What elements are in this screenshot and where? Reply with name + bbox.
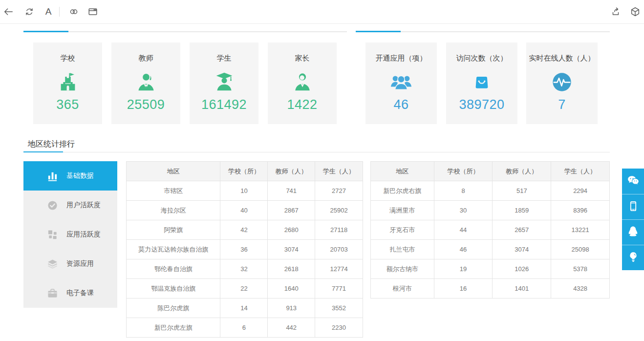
sidebar-item-label: 用户活跃度 xyxy=(66,201,101,210)
table-header-row: 地区 学校（所） 教师（人） 学生（人） xyxy=(127,162,363,181)
table-row: 新巴尔虎右旗85172294 xyxy=(371,181,610,201)
table-cell: 27118 xyxy=(315,220,363,240)
stat-card-visits: 访问次数（次） 389720 xyxy=(446,43,517,124)
table-row: 市辖区107412727 xyxy=(127,181,363,201)
table-cell: 1026 xyxy=(493,259,551,279)
table-cell: 46 xyxy=(434,240,493,259)
stat-value: 1422 xyxy=(268,97,337,112)
table-cell: 40 xyxy=(220,201,268,220)
stat-value: 161492 xyxy=(190,97,258,112)
refresh-icon[interactable] xyxy=(24,6,35,17)
layers-icon xyxy=(46,258,58,270)
stat-label: 教师 xyxy=(111,54,180,63)
font-icon[interactable]: A xyxy=(43,6,54,17)
table-cell: 扎兰屯市 xyxy=(371,240,434,259)
table-row: 满洲里市3018598396 xyxy=(371,201,610,220)
font-icon-glyph: A xyxy=(45,6,52,17)
table-cell: 913 xyxy=(268,298,315,318)
column-header-schools: 学校（所） xyxy=(220,162,268,181)
sidebar-item-app-activity[interactable]: 应用活跃度 xyxy=(23,220,117,249)
table-cell: 10 xyxy=(220,181,268,201)
table-cell: 3074 xyxy=(268,240,315,259)
table-cell: 30 xyxy=(434,201,493,220)
browser-toolbar: A xyxy=(0,0,644,24)
table-cell: 阿荣旗 xyxy=(127,220,220,240)
table-cell: 鄂温克族自治旗 xyxy=(127,279,220,298)
table-cell: 36 xyxy=(220,240,268,259)
dashboard-page: A 学校 xyxy=(0,0,644,341)
toolbox-icon xyxy=(46,287,58,299)
table-cell: 2680 xyxy=(268,220,315,240)
sidebar-item-label: 资源应用 xyxy=(66,259,94,268)
column-header-teachers: 教师（人） xyxy=(268,162,315,181)
table-cell: 2618 xyxy=(268,259,315,279)
region-rank-table-right: 地区 学校（所） 教师（人） 学生（人） 新巴尔虎右旗85172294满洲里市3… xyxy=(370,161,610,298)
stat-label: 实时在线人数（人） xyxy=(526,54,598,63)
table-cell: 鄂伦春自治旗 xyxy=(127,259,220,279)
cube-icon[interactable] xyxy=(630,6,641,17)
table-cell: 741 xyxy=(268,181,315,201)
table-cell: 25902 xyxy=(315,201,363,220)
table-row: 陈巴尔虎旗149133552 xyxy=(127,298,363,318)
table-cell: 新巴尔虎右旗 xyxy=(371,181,434,201)
table-header-row: 地区 学校（所） 教师（人） 学生（人） xyxy=(371,162,610,181)
teacher-icon xyxy=(111,67,180,97)
wechat-icon xyxy=(627,174,640,189)
share-icon[interactable] xyxy=(610,6,621,17)
stat-value: 365 xyxy=(33,97,102,112)
table-cell: 1401 xyxy=(493,279,551,298)
region-rank-table-left: 地区 学校（所） 教师（人） 学生（人） 市辖区107412727海拉尔区402… xyxy=(126,161,363,338)
stat-value: 389720 xyxy=(446,97,517,112)
sidebar-item-label: 基础数据 xyxy=(66,171,94,180)
sidebar-item-user-activity[interactable]: 用户活跃度 xyxy=(23,191,117,220)
column-header-teachers: 教师（人） xyxy=(493,162,551,181)
qq-button[interactable] xyxy=(622,219,644,245)
check-circle-icon xyxy=(46,199,58,211)
stat-card-apps: 开通应用（项） 46 xyxy=(365,43,437,124)
table-cell: 517 xyxy=(493,181,551,201)
table-cell: 22 xyxy=(220,279,268,298)
user-group-icon xyxy=(365,67,437,97)
table-row: 根河市1614014328 xyxy=(371,279,610,298)
mobile-button[interactable] xyxy=(622,194,644,219)
stat-card-teachers: 教师 25509 xyxy=(111,43,180,124)
lightbulb-button[interactable] xyxy=(622,245,644,270)
stat-label: 开通应用（项） xyxy=(365,54,437,63)
table-cell: 8396 xyxy=(551,201,610,220)
sidebar-item-lesson-prep[interactable]: 电子备课 xyxy=(23,278,117,308)
table-cell: 莫力达瓦达斡尔族自治旗 xyxy=(127,240,220,259)
table-cell: 32 xyxy=(220,259,268,279)
column-header-schools: 学校（所） xyxy=(434,162,493,181)
left-tab-indicator xyxy=(23,31,68,32)
link-icon[interactable] xyxy=(68,6,79,17)
column-header-region: 地区 xyxy=(371,162,434,181)
mobile-icon xyxy=(627,200,639,214)
section-title: 地区统计排行 xyxy=(28,139,75,149)
window-icon[interactable] xyxy=(87,6,98,17)
contact-floatbar xyxy=(622,169,644,270)
table-cell: 4328 xyxy=(551,279,610,298)
pulse-circle-icon xyxy=(526,67,598,97)
table-cell: 3552 xyxy=(315,298,363,318)
section-title-indicator xyxy=(23,151,63,152)
stat-label: 访问次数（次） xyxy=(446,54,517,63)
sidebar-item-resources[interactable]: 资源应用 xyxy=(23,249,117,278)
back-icon[interactable] xyxy=(3,6,14,17)
table-cell: 额尔古纳市 xyxy=(371,259,434,279)
table-cell: 满洲里市 xyxy=(371,201,434,220)
table-row: 扎兰屯市46307425098 xyxy=(371,240,610,259)
sidebar-item-basic-data[interactable]: 基础数据 xyxy=(23,161,117,191)
table-cell: 14 xyxy=(220,298,268,318)
sidebar-item-label: 应用活跃度 xyxy=(66,230,101,239)
stat-label: 学校 xyxy=(33,54,102,63)
table-cell: 20703 xyxy=(315,240,363,259)
table-cell: 2657 xyxy=(493,220,551,240)
table-cell: 8 xyxy=(434,181,493,201)
stat-card-students: 学生 161492 xyxy=(190,43,258,124)
bar-chart-icon xyxy=(46,170,58,182)
table-cell: 19 xyxy=(434,259,493,279)
table-cell: 1859 xyxy=(493,201,551,220)
stat-card-schools: 学校 365 xyxy=(33,43,102,124)
wechat-button[interactable] xyxy=(622,169,644,194)
table-cell: 牙克石市 xyxy=(371,220,434,240)
